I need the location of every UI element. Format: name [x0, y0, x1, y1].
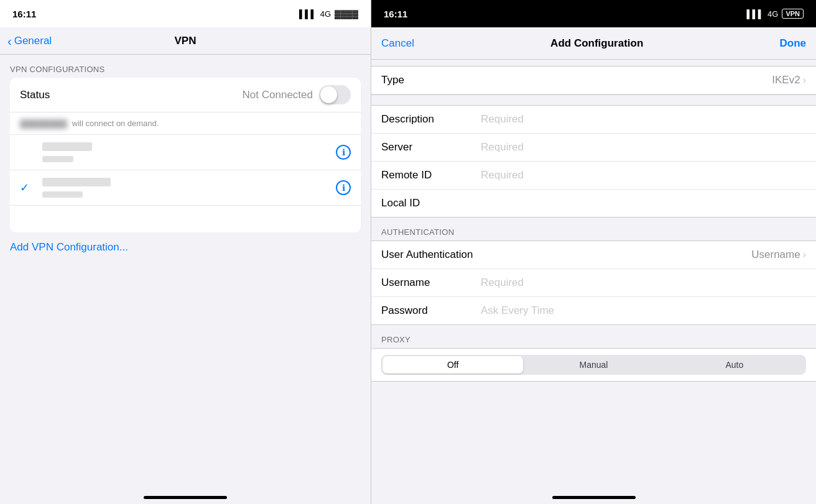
status-value: Not Connected — [243, 89, 313, 101]
cancel-button[interactable]: Cancel — [381, 37, 414, 50]
add-vpn-button[interactable]: Add VPN Configuration... — [0, 232, 371, 262]
type-row[interactable]: Type IKEv2 › — [371, 66, 816, 94]
remote-id-label: Remote ID — [381, 169, 481, 181]
gray-spacer-top — [371, 60, 816, 66]
remote-id-input[interactable]: Required — [481, 169, 806, 181]
password-input[interactable]: Ask Every Time — [481, 305, 806, 317]
ikev2-fields-section: Description Required Server Required Rem… — [371, 105, 816, 218]
nav-bar-right: Cancel Add Configuration Done — [371, 27, 816, 60]
proxy-manual-segment[interactable]: Manual — [523, 356, 664, 373]
done-button[interactable]: Done — [780, 37, 807, 50]
remote-id-row[interactable]: Remote ID Required — [371, 162, 816, 190]
description-row[interactable]: Description Required — [371, 106, 816, 134]
password-row[interactable]: Password Ask Every Time — [371, 297, 816, 324]
proxy-segmented-control[interactable]: Off Manual Auto — [381, 355, 806, 375]
vpn-section-header: VPN CONFIGURATIONS — [0, 55, 371, 78]
user-auth-chevron-icon: › — [803, 249, 806, 260]
vpn-config-list: Status Not Connected ▓▓▓▓▓▓▓▓ will conne… — [10, 78, 361, 232]
local-id-row[interactable]: Local ID — [371, 190, 816, 217]
proxy-section: Off Manual Auto — [371, 348, 816, 382]
status-icons-right: ▌▌▌ 4G VPN — [746, 9, 804, 19]
vpn-check-2: ✓ — [20, 181, 35, 195]
status-icons-left: ▌▌▌ 4G ▓▓▓▓ — [299, 9, 358, 19]
page-title-left: VPN — [175, 35, 197, 47]
user-auth-value: Username — [751, 249, 800, 261]
time-left: 16:11 — [12, 9, 36, 19]
type-value: IKEv2 — [772, 74, 800, 86]
left-bottom-area — [0, 262, 371, 496]
nav-bar-left: ‹ General VPN — [0, 27, 371, 55]
vpn-item-1[interactable]: ℹ — [10, 134, 361, 170]
vpn-item-info-2 — [42, 178, 328, 198]
signal-icon-left: ▌▌▌ — [299, 9, 317, 19]
user-auth-row[interactable]: User Authentication Username › — [371, 241, 816, 269]
username-row[interactable]: Username Required — [371, 269, 816, 297]
server-row[interactable]: Server Required — [371, 134, 816, 162]
type-chevron-icon: › — [803, 75, 806, 86]
proxy-off-segment[interactable]: Off — [382, 356, 523, 373]
vpn-name-2 — [42, 178, 111, 186]
type-section: Type IKEv2 › — [371, 66, 816, 95]
network-icon-right: 4G — [767, 9, 778, 19]
user-auth-label: User Authentication — [381, 249, 481, 261]
auth-section: User Authentication Username › Username … — [371, 241, 816, 325]
home-indicator-left — [0, 496, 371, 504]
username-label: Username — [381, 277, 481, 289]
status-right: Not Connected — [243, 85, 351, 104]
back-label: General — [14, 35, 52, 47]
status-row: Status Not Connected — [10, 78, 361, 112]
time-right: 16:11 — [384, 9, 407, 19]
password-label: Password — [381, 305, 481, 317]
username-input[interactable]: Required — [481, 277, 806, 289]
status-label: Status — [20, 89, 50, 101]
vpn-toggle[interactable] — [319, 85, 351, 104]
battery-icon-left: ▓▓▓▓ — [335, 9, 358, 19]
server-label: Server — [381, 141, 481, 153]
right-panel: 16:11 ▌▌▌ 4G VPN Cancel Add Configuratio… — [371, 0, 816, 504]
left-panel: 16:11 ▌▌▌ 4G ▓▓▓▓ ‹ General VPN VPN CONF… — [0, 0, 371, 504]
home-bar-right — [552, 496, 636, 499]
vpn-info-icon-1[interactable]: ℹ — [336, 145, 351, 160]
vpn-item-info-1 — [42, 142, 328, 162]
toggle-thumb — [320, 86, 337, 103]
empty-row — [10, 205, 361, 232]
signal-icon-right: ▌▌▌ — [746, 9, 764, 19]
vpn-sub-1 — [42, 156, 73, 162]
nav-title-right: Add Configuration — [550, 37, 643, 50]
type-value-group: IKEv2 › — [772, 74, 806, 86]
home-indicator-right — [371, 496, 816, 504]
vpn-item-2[interactable]: ✓ ℹ — [10, 170, 361, 205]
vpn-sub-2 — [42, 191, 83, 198]
bottom-content-area — [371, 382, 816, 456]
vpn-badge: VPN — [782, 9, 804, 19]
server-input[interactable]: Required — [481, 141, 806, 153]
connect-on-demand-row: ▓▓▓▓▓▓▓▓ will connect on demand. — [10, 112, 361, 134]
vpn-info-icon-2[interactable]: ℹ — [336, 180, 351, 195]
vpn-name-1 — [42, 142, 92, 151]
back-button[interactable]: ‹ General — [7, 35, 52, 47]
back-chevron-icon: ‹ — [7, 35, 12, 47]
description-label: Description — [381, 113, 481, 126]
home-bar-left — [144, 496, 227, 499]
local-id-label: Local ID — [381, 197, 481, 209]
user-auth-value-group: Username › — [751, 249, 806, 261]
proxy-section-header: PROXY — [371, 325, 816, 348]
connect-on-demand-label: will connect on demand. — [72, 119, 159, 128]
type-label: Type — [381, 74, 481, 86]
form-scroll-area: Type IKEv2 › Description Required Server… — [371, 60, 816, 496]
gray-spacer-1 — [371, 95, 816, 105]
auth-section-header: AUTHENTICATION — [371, 218, 816, 241]
status-bar-left: 16:11 ▌▌▌ 4G ▓▓▓▓ — [0, 0, 371, 27]
proxy-auto-segment[interactable]: Auto — [664, 356, 805, 373]
status-bar-right: 16:11 ▌▌▌ 4G VPN — [371, 0, 816, 27]
description-input[interactable]: Required — [481, 113, 806, 126]
vpn-name-blurred: ▓▓▓▓▓▓▓▓ — [20, 119, 67, 128]
network-icon-left: 4G — [320, 9, 331, 19]
